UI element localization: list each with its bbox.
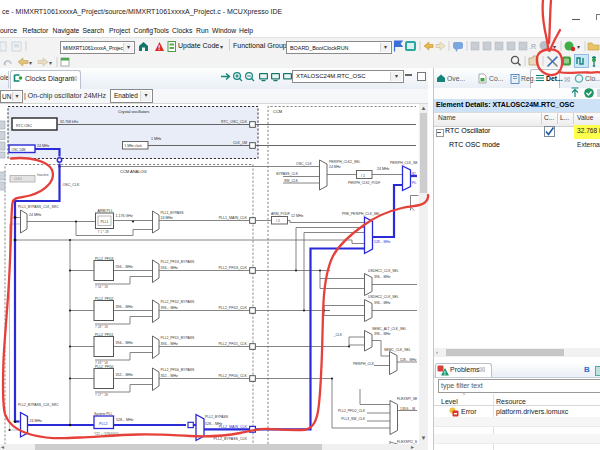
svg-text:PLL2_PFD2_CLK: PLL2_PFD2_CLK bbox=[338, 409, 366, 413]
svg-text:PLL2_BYPASS_CLK: PLL2_BYPASS_CLK bbox=[214, 437, 248, 441]
svg-text:PLL1_MAIN_CLK: PLL1_MAIN_CLK bbox=[219, 216, 248, 220]
svg-text:PLL2_PFD2_CLK: PLL2_PFD2_CLK bbox=[218, 306, 247, 310]
svg-text:Clo...: Clo... bbox=[585, 75, 600, 82]
svg-text:CCM: CCM bbox=[273, 109, 282, 114]
svg-text:OSC 24M: OSC 24M bbox=[12, 148, 26, 152]
svg-text:PERIPH_CLK2_PODF: PERIPH_CLK2_PODF bbox=[348, 181, 380, 185]
svg-text:396... MHz: 396... MHz bbox=[116, 305, 134, 309]
svg-text:PLL2_PFD1: PLL2_PFD1 bbox=[95, 333, 114, 337]
svg-text:24 MHz: 24 MHz bbox=[329, 165, 341, 169]
svg-text:_CLK: _CLK bbox=[333, 333, 343, 337]
svg-text:PLL2_PFD3_CLK: PLL2_PFD3_CLK bbox=[218, 266, 247, 270]
svg-text:/ 2: / 2 bbox=[276, 219, 280, 223]
svg-text:7 28 * 18: 7 28 * 18 bbox=[95, 325, 108, 329]
svg-text:7 1 * 28: 7 1 * 28 bbox=[98, 230, 109, 234]
svg-text:B2.: B2. bbox=[412, 172, 417, 176]
svg-text:Reg...: Reg... bbox=[521, 75, 539, 83]
svg-text:PLL2_PFD0: PLL2_PFD0 bbox=[95, 365, 114, 369]
svg-text:Co...: Co... bbox=[489, 75, 503, 82]
svg-text:24 MHz: 24 MHz bbox=[37, 144, 50, 148]
svg-text:▾: ▾ bbox=[29, 60, 32, 66]
svg-text:594... MHz: 594... MHz bbox=[116, 265, 134, 269]
svg-text:394... MHz: 394... MHz bbox=[161, 342, 179, 346]
svg-text:PERIPH_CLK: PERIPH_CLK bbox=[353, 362, 375, 366]
svg-text:7 16 * 18: 7 16 * 18 bbox=[95, 285, 108, 289]
svg-text:PLL2_BYPASS: PLL2_BYPASS bbox=[205, 415, 229, 419]
svg-text:▾: ▾ bbox=[49, 60, 52, 66]
svg-text:▾: ▾ bbox=[577, 44, 580, 50]
svg-text:PLL2_PFD2_BYPASS: PLL2_PFD2_BYPASS bbox=[161, 300, 195, 304]
svg-text:Ove...: Ove... bbox=[447, 75, 465, 82]
svg-text:PLL2_PFD1_BYPASS: PLL2_PFD1_BYPASS bbox=[161, 336, 195, 340]
svg-text:P0.: P0. bbox=[412, 181, 417, 185]
svg-text:396... MHz: 396... MHz bbox=[374, 275, 391, 279]
svg-text:☒: ☒ bbox=[564, 76, 570, 83]
svg-text:24 MHz: 24 MHz bbox=[161, 216, 174, 220]
svg-text:ARM_PODF: ARM_PODF bbox=[271, 212, 290, 216]
svg-text:1.176 GHz: 1.176 GHz bbox=[116, 214, 133, 218]
svg-text:▾: ▾ bbox=[553, 44, 556, 50]
svg-text:PLL2_PFD3_BYPASS: PLL2_PFD3_BYPASS bbox=[161, 260, 195, 264]
svg-text:PERIPH_CLK_SE: PERIPH_CLK_SE bbox=[390, 161, 418, 165]
svg-text:352... MHz: 352... MHz bbox=[116, 373, 134, 377]
svg-text:PLL2_PFD3: PLL2_PFD3 bbox=[95, 257, 114, 261]
svg-text:ARM PLL: ARM PLL bbox=[98, 209, 113, 213]
svg-text:RTC OSC: RTC OSC bbox=[16, 124, 33, 128]
svg-text:USDHC2_CLK_SEL: USDHC2_CLK_SEL bbox=[368, 295, 399, 299]
svg-text:396... MHz: 396... MHz bbox=[161, 306, 179, 310]
svg-text:PLL2: PLL2 bbox=[99, 422, 107, 426]
svg-text:12 MHz: 12 MHz bbox=[291, 214, 304, 218]
svg-text:PLL1_BYPASS_CLK_SRC: PLL1_BYPASS_CLK_SRC bbox=[18, 205, 59, 209]
svg-text:PRE_PERIPH_CLK_SEL: PRE_PERIPH_CLK_SEL bbox=[342, 212, 380, 216]
svg-text:24 MHz: 24 MHz bbox=[30, 419, 43, 423]
svg-text:PLL2_PFD2: PLL2_PFD2 bbox=[95, 297, 114, 301]
svg-text:PLL2_MAIN_CLK: PLL2_MAIN_CLK bbox=[219, 425, 248, 429]
svg-text:396... MHz: 396... MHz bbox=[374, 332, 391, 336]
svg-text:OSC_CLK: OSC_CLK bbox=[296, 162, 313, 166]
svg-text:!: ! bbox=[158, 44, 160, 51]
svg-text:394... MHz: 394... MHz bbox=[116, 341, 134, 345]
svg-text:Crystal oscillators: Crystal oscillators bbox=[118, 109, 149, 114]
svg-text:133.6... M: 133.6... M bbox=[400, 407, 415, 411]
svg-text:*(22 + (1/N0000)): *(22 + (1/N0000)) bbox=[94, 432, 119, 436]
svg-text:352... MHz: 352... MHz bbox=[161, 374, 179, 378]
svg-text:24 MHz: 24 MHz bbox=[29, 213, 42, 217]
svg-text:FLEXSPI_SE: FLEXSPI_SE bbox=[397, 397, 418, 401]
svg-text:32.768 kHz: 32.768 kHz bbox=[60, 120, 78, 124]
svg-text:Inactive: Inactive bbox=[37, 173, 49, 177]
svg-text:396... MHz: 396... MHz bbox=[374, 301, 391, 305]
svg-text:.R: .R bbox=[529, 43, 536, 50]
svg-text:528... MHz: 528... MHz bbox=[116, 418, 134, 422]
svg-text:!: ! bbox=[444, 370, 446, 376]
svg-text:PLL2_PFD1_CLK: PLL2_PFD1_CLK bbox=[218, 342, 247, 346]
svg-text:System PLL: System PLL bbox=[94, 412, 112, 416]
svg-text:24 MHz: 24 MHz bbox=[377, 167, 390, 171]
svg-text:594... MHz: 594... MHz bbox=[161, 266, 179, 270]
svg-text:PLL2_BYPASS_CLK_SRC: PLL2_BYPASS_CLK_SRC bbox=[18, 403, 59, 407]
svg-text:SEMC_ALT_CLK_SEL: SEMC_ALT_CLK_SEL bbox=[372, 327, 407, 331]
svg-text:528... MHz: 528... MHz bbox=[374, 240, 391, 244]
svg-text:CLK_1M: CLK_1M bbox=[233, 141, 247, 145]
svg-text:PLL1_BYPASS: PLL1_BYPASS bbox=[161, 211, 185, 215]
svg-text:7 27 * 18: 7 27 * 18 bbox=[95, 393, 108, 397]
svg-text:1 MHz: 1 MHz bbox=[151, 137, 162, 141]
svg-text:SW_CLK: SW_CLK bbox=[284, 179, 299, 183]
svg-text:PLL2_PFD0_CLK: PLL2_PFD0_CLK bbox=[218, 374, 247, 378]
svg-text:BYPASS_CLK: BYPASS_CLK bbox=[276, 172, 299, 176]
svg-text:1 MHz clock: 1 MHz clock bbox=[125, 144, 143, 148]
svg-text:PLL2_PFD0_BYPASS: PLL2_PFD0_BYPASS bbox=[161, 368, 195, 372]
svg-text:USDHC1_CLK_SEL: USDHC1_CLK_SEL bbox=[368, 269, 399, 273]
svg-text:CLK1: CLK1 bbox=[14, 177, 22, 181]
svg-text:FLEXSPI2_S: FLEXSPI2_S bbox=[397, 440, 418, 444]
svg-text:/ 1: / 1 bbox=[361, 174, 365, 178]
svg-text:PERIPH_CLK2_SEL: PERIPH_CLK2_SEL bbox=[329, 160, 360, 164]
svg-text:OSC_CLK: OSC_CLK bbox=[63, 183, 80, 187]
svg-text:CCM ANALOG: CCM ANALOG bbox=[120, 169, 147, 174]
svg-text:PLL1: PLL1 bbox=[101, 220, 109, 224]
svg-text:PLL3_SW_CLK: PLL3_SW_CLK bbox=[341, 417, 365, 421]
svg-text:RTC_OSC_CLK: RTC_OSC_CLK bbox=[221, 120, 248, 124]
svg-text:528... MHz: 528... MHz bbox=[400, 358, 417, 362]
svg-text:SEMC_CLK_SEL: SEMC_CLK_SEL bbox=[384, 348, 411, 352]
svg-text:Det...: Det... bbox=[546, 75, 563, 82]
